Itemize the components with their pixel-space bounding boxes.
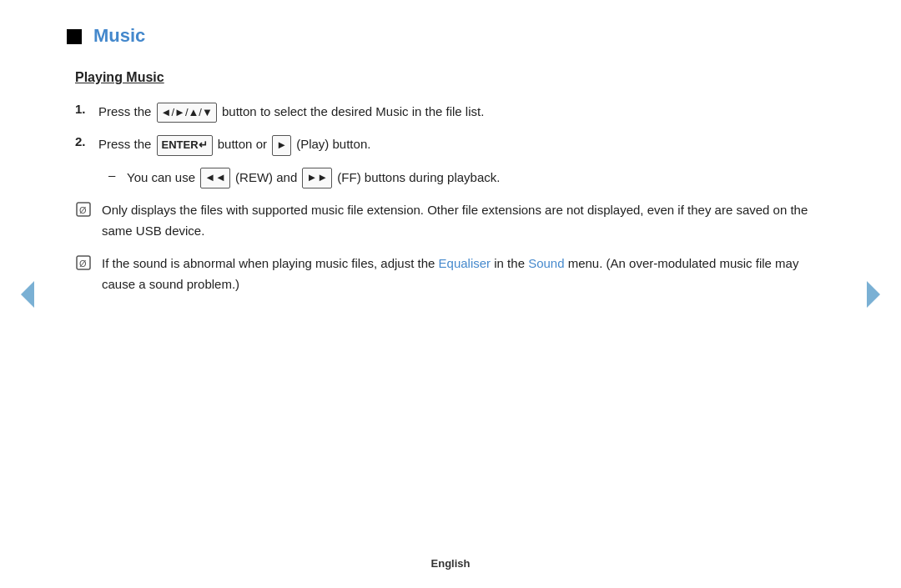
nav-arrow-right[interactable] <box>863 278 886 311</box>
content-area: 1. Press the ◄/►/▲/▼ button to select th… <box>75 102 834 294</box>
equaliser-link[interactable]: Equaliser <box>439 256 491 270</box>
black-square-icon <box>67 29 82 44</box>
note-item-2: Ø If the sound is abnormal when playing … <box>75 254 834 295</box>
note-text-2: If the sound is abnormal when playing mu… <box>102 254 834 295</box>
sub-item-text: You can use ◄◄ (REW) and ►► (FF) buttons… <box>127 168 500 188</box>
section-header: Music <box>67 25 834 47</box>
sound-link[interactable]: Sound <box>528 256 564 270</box>
play-button-icon: ► <box>272 135 291 156</box>
subsection-title: Playing Music <box>75 70 834 85</box>
footer-language: English <box>431 557 471 570</box>
note-item-1: Ø Only displays the files with supported… <box>75 200 834 242</box>
item-text-1: Press the ◄/►/▲/▼ button to select the d… <box>98 102 484 123</box>
sub-item-1: – You can use ◄◄ (REW) and ►► (FF) butto… <box>108 168 834 188</box>
item-text-2: Press the ENTER↵ button or ► (Play) butt… <box>98 134 370 155</box>
enter-button-icon: ENTER↵ <box>157 135 213 156</box>
list-item-1: 1. Press the ◄/►/▲/▼ button to select th… <box>75 102 834 123</box>
direction-buttons-icon: ◄/►/▲/▼ <box>157 103 217 123</box>
dash-icon: – <box>108 168 120 182</box>
svg-text:Ø: Ø <box>79 259 87 269</box>
item-number-2: 2. <box>75 134 92 148</box>
nav-arrow-left[interactable] <box>15 278 38 311</box>
ff-button-icon: ►► <box>302 168 332 188</box>
rew-button-icon: ◄◄ <box>200 168 230 188</box>
note-text-1: Only displays the files with supported m… <box>102 200 834 242</box>
list-item-2: 2. Press the ENTER↵ button or ► (Play) b… <box>75 134 834 155</box>
note-icon-2: Ø <box>75 254 93 274</box>
page-container: Music Playing Music 1. Press the ◄/►/▲/▼… <box>0 0 901 588</box>
note-icon-1: Ø <box>75 201 93 220</box>
svg-marker-4 <box>21 281 34 308</box>
item-number-1: 1. <box>75 102 92 116</box>
svg-text:Ø: Ø <box>79 205 87 215</box>
section-title: Music <box>93 25 145 47</box>
svg-marker-5 <box>867 281 880 308</box>
